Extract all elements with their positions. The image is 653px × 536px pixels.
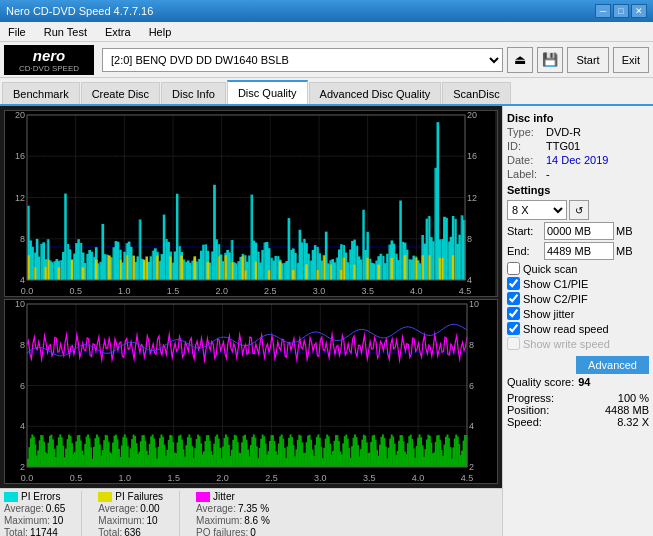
- menu-run-test[interactable]: Run Test: [40, 26, 91, 38]
- tab-advanced-disc-quality[interactable]: Advanced Disc Quality: [309, 82, 442, 104]
- progress-progress-label: Progress:: [507, 392, 554, 404]
- pi-failures-total-value: 636: [124, 527, 141, 536]
- start-input[interactable]: [544, 222, 614, 240]
- main-content: PI Errors Average: 0.65 Maximum: 10 Tota…: [0, 106, 653, 536]
- eject-icon-btn[interactable]: ⏏: [507, 47, 533, 73]
- menu-extra[interactable]: Extra: [101, 26, 135, 38]
- disc-info-title: Disc info: [507, 112, 649, 124]
- progress-progress-row: Progress: 100 %: [507, 392, 649, 404]
- disc-type-label: Type:: [507, 126, 542, 138]
- pi-errors-max-value: 10: [52, 515, 63, 526]
- legend-area: PI Errors Average: 0.65 Maximum: 10 Tota…: [0, 488, 502, 536]
- bottom-chart: [5, 300, 497, 483]
- progress-speed-value: 8.32 X: [617, 416, 649, 428]
- disc-id-value: TTG01: [546, 140, 580, 152]
- start-button[interactable]: Start: [567, 47, 608, 73]
- show-c2pif-row: Show C2/PIF: [507, 292, 649, 305]
- quality-score-label: Quality score:: [507, 376, 574, 388]
- minimize-button[interactable]: ─: [595, 4, 611, 18]
- jitter-po-value: 0: [250, 527, 256, 536]
- progress-section: Progress: 100 % Position: 4488 MB Speed:…: [507, 392, 649, 428]
- show-write-speed-checkbox[interactable]: [507, 337, 520, 350]
- legend-pi-failures: PI Failures Average: 0.00 Maximum: 10 To…: [98, 491, 163, 536]
- tabs-bar: Benchmark Create Disc Disc Info Disc Qua…: [0, 78, 653, 106]
- progress-position-label: Position:: [507, 404, 549, 416]
- jitter-max-value: 8.6 %: [244, 515, 270, 526]
- quick-scan-checkbox[interactable]: [507, 262, 520, 275]
- tab-disc-quality[interactable]: Disc Quality: [227, 80, 308, 104]
- pi-errors-color: [4, 492, 18, 502]
- advanced-button[interactable]: Advanced: [576, 356, 649, 374]
- show-c2pif-label: Show C2/PIF: [523, 293, 588, 305]
- pi-errors-label: PI Errors: [21, 491, 60, 502]
- jitter-color: [196, 492, 210, 502]
- start-label: Start:: [507, 225, 542, 237]
- pi-failures-max-label: Maximum:: [98, 515, 144, 526]
- disc-date-label: Date:: [507, 154, 542, 166]
- legend-divider-1: [81, 491, 82, 536]
- end-row: End: MB: [507, 242, 649, 260]
- save-icon-btn[interactable]: 💾: [537, 47, 563, 73]
- pi-failures-max-value: 10: [146, 515, 157, 526]
- tab-benchmark[interactable]: Benchmark: [2, 82, 80, 104]
- title-bar-controls: ─ □ ✕: [595, 4, 647, 18]
- show-jitter-label: Show jitter: [523, 308, 574, 320]
- disc-type-row: Type: DVD-R: [507, 126, 649, 138]
- toolbar: nero CD·DVD SPEED [2:0] BENQ DVD DD DW16…: [0, 42, 653, 78]
- exit-button[interactable]: Exit: [613, 47, 649, 73]
- progress-speed-label: Speed:: [507, 416, 542, 428]
- disc-date-row: Date: 14 Dec 2019: [507, 154, 649, 166]
- charts-section: PI Errors Average: 0.65 Maximum: 10 Tota…: [0, 106, 502, 536]
- progress-position-row: Position: 4488 MB: [507, 404, 649, 416]
- pi-failures-avg-label: Average:: [98, 503, 138, 514]
- tab-create-disc[interactable]: Create Disc: [81, 82, 160, 104]
- speed-row: 8 X ↺: [507, 200, 649, 220]
- show-c1pie-checkbox[interactable]: [507, 277, 520, 290]
- drive-select[interactable]: [2:0] BENQ DVD DD DW1640 BSLB: [102, 48, 503, 72]
- speed-select[interactable]: 8 X: [507, 200, 567, 220]
- disc-label-value: -: [546, 168, 550, 180]
- show-jitter-row: Show jitter: [507, 307, 649, 320]
- end-input[interactable]: [544, 242, 614, 260]
- pi-errors-max-label: Maximum:: [4, 515, 50, 526]
- pi-errors-total-value: 11744: [30, 527, 58, 536]
- show-write-speed-row: Show write speed: [507, 337, 649, 350]
- jitter-avg-value: 7.35 %: [238, 503, 269, 514]
- advanced-btn-container: Advanced: [507, 354, 649, 374]
- disc-type-value: DVD-R: [546, 126, 581, 138]
- pi-failures-label: PI Failures: [115, 491, 163, 502]
- jitter-label: Jitter: [213, 491, 235, 502]
- maximize-button[interactable]: □: [613, 4, 629, 18]
- show-c2pif-checkbox[interactable]: [507, 292, 520, 305]
- show-c1pie-row: Show C1/PIE: [507, 277, 649, 290]
- chart-area: [0, 106, 502, 488]
- show-read-speed-row: Show read speed: [507, 322, 649, 335]
- tab-disc-info[interactable]: Disc Info: [161, 82, 226, 104]
- pi-failures-avg-value: 0.00: [140, 503, 159, 514]
- menu-file[interactable]: File: [4, 26, 30, 38]
- close-button[interactable]: ✕: [631, 4, 647, 18]
- pi-errors-total-label: Total:: [4, 527, 28, 536]
- show-read-speed-checkbox[interactable]: [507, 322, 520, 335]
- progress-position-value: 4488 MB: [605, 404, 649, 416]
- disc-label-row: Label: -: [507, 168, 649, 180]
- show-c1pie-label: Show C1/PIE: [523, 278, 588, 290]
- end-label: End:: [507, 245, 542, 257]
- start-row: Start: MB: [507, 222, 649, 240]
- menu-help[interactable]: Help: [145, 26, 176, 38]
- top-chart: [5, 111, 495, 296]
- jitter-max-label: Maximum:: [196, 515, 242, 526]
- legend-pi-errors: PI Errors Average: 0.65 Maximum: 10 Tota…: [4, 491, 65, 536]
- tab-scan-disc[interactable]: ScanDisc: [442, 82, 510, 104]
- quality-score-value: 94: [578, 376, 590, 388]
- jitter-avg-label: Average:: [196, 503, 236, 514]
- quick-scan-row: Quick scan: [507, 262, 649, 275]
- disc-id-row: ID: TTG01: [507, 140, 649, 152]
- quality-score-row: Quality score: 94: [507, 376, 649, 388]
- disc-date-value: 14 Dec 2019: [546, 154, 608, 166]
- show-jitter-checkbox[interactable]: [507, 307, 520, 320]
- settings-title: Settings: [507, 184, 649, 196]
- nero-logo: nero CD·DVD SPEED: [4, 45, 94, 75]
- title-bar-title: Nero CD-DVD Speed 4.7.7.16: [6, 5, 153, 17]
- refresh-btn[interactable]: ↺: [569, 200, 589, 220]
